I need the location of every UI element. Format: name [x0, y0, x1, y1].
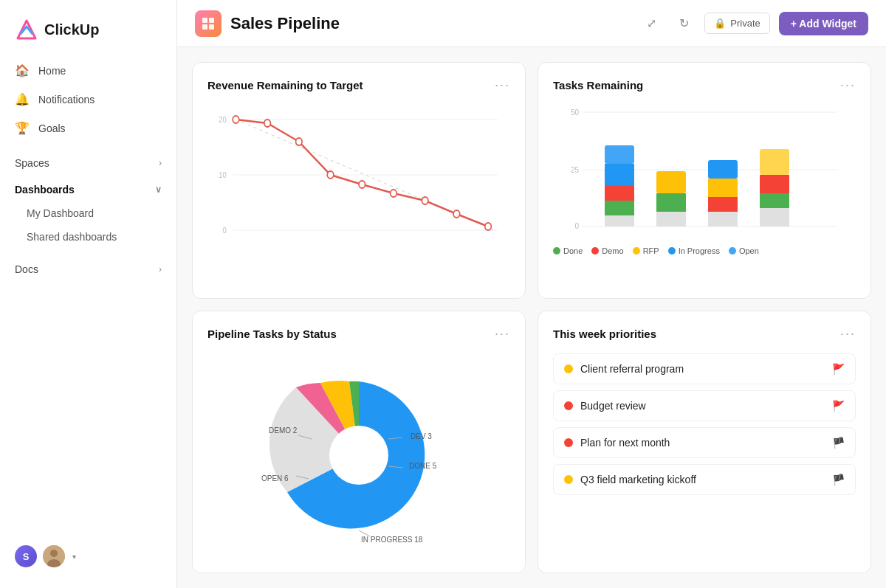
- tasks-widget-menu[interactable]: ···: [840, 77, 856, 93]
- pipeline-pie-chart: DEV 3 DONE 5 IN PROGRESS 18 OPEN 6 DEMO …: [207, 353, 510, 558]
- svg-rect-38: [708, 160, 738, 179]
- sidebar-item-goals[interactable]: 🏆 Goals: [0, 114, 176, 142]
- svg-rect-35: [656, 171, 686, 193]
- svg-rect-5: [209, 18, 214, 23]
- priorities-widget: This week priorities ··· Client referral…: [538, 311, 871, 574]
- page-header-icon: [195, 10, 222, 37]
- priority-item-2[interactable]: Budget review 🚩: [553, 390, 856, 421]
- docs-chevron-icon: ›: [159, 264, 162, 274]
- revenue-widget-menu[interactable]: ···: [495, 77, 510, 93]
- priorities-widget-title: This week priorities: [553, 328, 656, 340]
- legend-demo: Demo: [591, 246, 623, 255]
- legend-open: Open: [729, 246, 759, 255]
- svg-text:50: 50: [571, 108, 580, 117]
- page-title: Sales Pipeline: [230, 14, 631, 33]
- legend-inprogress: In Progress: [668, 246, 720, 255]
- svg-rect-36: [656, 193, 686, 212]
- priority-item-4[interactable]: Q3 field marketing kickoff 🏴: [553, 464, 856, 495]
- main-content: Sales Pipeline ⤢ ↻ 🔒 Private + Add Widge…: [177, 0, 886, 588]
- priority-flag-1: 🚩: [832, 363, 845, 375]
- priority-text-3: Plan for next month: [580, 437, 825, 449]
- svg-point-23: [485, 223, 492, 230]
- logo-text: ClickUp: [44, 21, 99, 38]
- tasks-bar-chart: 50 25 0: [553, 105, 856, 283]
- svg-rect-42: [760, 149, 789, 175]
- sidebar-item-notifications[interactable]: 🔔 Notifications: [0, 85, 176, 114]
- svg-text:10: 10: [219, 170, 227, 179]
- legend-open-label: Open: [739, 246, 759, 255]
- legend-inprogress-label: In Progress: [679, 246, 720, 255]
- svg-rect-4: [202, 18, 207, 23]
- priority-item-3[interactable]: Plan for next month 🏴: [553, 427, 856, 458]
- svg-rect-32: [605, 186, 634, 201]
- priority-dot-3: [564, 438, 573, 447]
- sidebar-section-spaces[interactable]: Spaces ›: [0, 148, 176, 175]
- my-dashboard-label: My Dashboard: [27, 207, 94, 219]
- sidebar-footer: S ▾: [0, 536, 176, 576]
- priority-text-1: Client referral program: [580, 363, 825, 375]
- label-open: OPEN 6: [261, 474, 289, 482]
- svg-point-2: [50, 550, 58, 557]
- clickup-logo-icon: [15, 18, 38, 41]
- revenue-widget-header: Revenue Remaining to Target ···: [207, 77, 510, 93]
- svg-rect-40: [708, 197, 738, 212]
- svg-rect-31: [605, 164, 634, 186]
- revenue-widget: Revenue Remaining to Target ··· 20 10 0: [192, 62, 526, 299]
- priority-list: Client referral program 🚩 Budget review …: [553, 353, 856, 495]
- priority-flag-2: 🚩: [832, 400, 845, 412]
- svg-text:0: 0: [574, 222, 579, 230]
- svg-point-17: [296, 138, 303, 145]
- avatar-initials[interactable]: S: [15, 545, 37, 567]
- sidebar-item-my-dashboard[interactable]: My Dashboard: [0, 201, 176, 225]
- legend-done-label: Done: [563, 246, 583, 255]
- svg-point-20: [391, 190, 397, 197]
- private-label: Private: [730, 18, 760, 29]
- expand-button[interactable]: ⤢: [639, 12, 663, 35]
- priorities-widget-header: This week priorities ···: [553, 326, 856, 342]
- lock-icon: 🔒: [714, 18, 726, 29]
- tasks-widget: Tasks Remaining ··· 50 25 0: [538, 62, 871, 299]
- svg-rect-41: [708, 212, 738, 226]
- svg-rect-34: [605, 215, 634, 226]
- priorities-widget-menu[interactable]: ···: [840, 326, 856, 342]
- priority-flag-3: 🏴: [832, 437, 845, 449]
- pipeline-widget-menu[interactable]: ···: [495, 326, 510, 342]
- avatar-caret-icon[interactable]: ▾: [72, 553, 76, 561]
- legend-rfp: RFP: [633, 246, 659, 255]
- sidebar: ClickUp 🏠 Home 🔔 Notifications 🏆 Goals S…: [0, 0, 177, 588]
- priority-flag-4: 🏴: [832, 474, 845, 485]
- pipeline-widget-header: Pipeline Tasks by Status ···: [207, 326, 510, 342]
- svg-rect-6: [202, 24, 207, 30]
- sidebar-item-home-label: Home: [38, 65, 66, 77]
- sidebar-item-home[interactable]: 🏠 Home: [0, 56, 176, 85]
- home-icon: 🏠: [15, 63, 30, 77]
- add-widget-button[interactable]: + Add Widget: [779, 12, 868, 35]
- sidebar-item-shared-dashboards[interactable]: Shared dashboards: [0, 225, 176, 249]
- bell-icon: 🔔: [15, 92, 30, 106]
- label-demo: DEMO 2: [269, 426, 298, 435]
- pipeline-widget-title: Pipeline Tasks by Status: [207, 328, 337, 340]
- dashboards-chevron-icon: ∨: [155, 184, 162, 195]
- tasks-widget-header: Tasks Remaining ···: [553, 77, 856, 93]
- private-button[interactable]: 🔒 Private: [704, 13, 769, 34]
- svg-rect-7: [209, 24, 214, 30]
- revenue-widget-title: Revenue Remaining to Target: [207, 79, 363, 91]
- svg-rect-39: [708, 179, 738, 197]
- label-inprogress: IN PROGRESS 18: [361, 536, 423, 544]
- refresh-button[interactable]: ↻: [672, 12, 696, 35]
- svg-rect-44: [760, 193, 789, 208]
- svg-rect-30: [605, 145, 634, 164]
- label-dev: DEV 3: [411, 432, 432, 440]
- sidebar-docs-label: Docs: [15, 263, 38, 275]
- tasks-chart-legend: Done Demo RFP In Progress: [553, 246, 856, 255]
- sidebar-section-docs[interactable]: Docs ›: [0, 255, 176, 281]
- sidebar-section-dashboards[interactable]: Dashboards ∨: [0, 175, 176, 201]
- priority-item-1[interactable]: Client referral program 🚩: [553, 353, 856, 384]
- svg-rect-43: [760, 175, 789, 193]
- page-header: Sales Pipeline ⤢ ↻ 🔒 Private + Add Widge…: [177, 0, 886, 47]
- svg-point-15: [233, 116, 239, 123]
- svg-point-46: [329, 426, 388, 485]
- avatar-photo[interactable]: [43, 545, 65, 567]
- label-done: DONE 5: [409, 462, 437, 470]
- goals-icon: 🏆: [15, 121, 30, 135]
